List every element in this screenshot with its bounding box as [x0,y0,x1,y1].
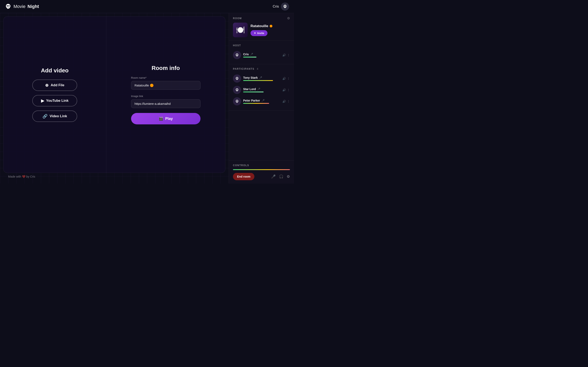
skull-logo-icon [5,3,11,10]
peter-parker-mic-icon: 🎤 [261,99,265,102]
room-info-panel: Room info Room name* Image link 🎬 Play [106,17,225,173]
made-with-text: Made with [8,175,21,178]
star-lord-volume-icon[interactable]: 🔊 [282,88,286,92]
room-card: 🍽️ Ratatouille 🟠 ✦ Invite [233,23,290,37]
host-info: Cris 🎤 [243,53,280,58]
video-link-button[interactable]: 🔗 Video Link [32,110,77,122]
svg-rect-21 [236,91,237,91]
end-room-row: End room 🎤 🎧 ⚙ [233,173,290,180]
tony-stark-info: Tony Stark 🎤 [243,76,280,81]
headphones-icon[interactable]: 🎧 [279,174,283,179]
room-name-label: Room name* [131,76,200,79]
svg-point-10 [236,53,238,56]
svg-point-18 [236,78,237,78]
controls-label: CONTROLS [233,164,249,167]
svg-point-19 [237,78,238,78]
participants-section-header: PARTICIPANTS 4 [233,67,290,70]
star-lord-avatar [233,86,241,94]
film-icon: 🎬 [159,117,163,121]
star-lord-info: Star Lord 🎤 [243,87,280,92]
end-room-button[interactable]: End room [233,173,254,180]
room-name-input[interactable] [131,81,200,90]
microphone-icon[interactable]: 🎤 [271,174,276,179]
content-area: Add video ⊕ Add File ▶ YouTube Link 🔗 Vi… [0,13,229,184]
header-user: Cris [273,2,289,11]
peter-parker-volume-bar [243,103,269,104]
header: MovieNight Cris [0,0,294,13]
add-video-panel: Add video ⊕ Add File ▶ YouTube Link 🔗 Vi… [3,17,106,173]
room-name-group: Room name* [131,76,200,90]
invite-button[interactable]: ✦ Invite [251,30,268,36]
svg-point-28 [236,100,237,101]
participant-row: Tony Stark 🎤 🔊 ⋮ [233,73,290,84]
link-icon: 🔗 [43,114,48,119]
host-avatar [233,51,241,59]
participant-row: Star Lord 🎤 🔊 ⋮ [233,84,290,96]
svg-point-14 [237,54,238,55]
room-section: ROOM ⚙ 🍽️ Ratatouille 🟠 ✦ Invite [229,13,294,41]
host-more-icon[interactable]: ⋮ [287,53,290,57]
room-thumbnail: 🍽️ [233,23,248,37]
star-lord-name-text: Star Lord [243,87,256,91]
bottom-icons: 🎤 🎧 ⚙ [271,174,290,179]
participants-label: PARTICIPANTS [233,67,254,70]
sidebar: ROOM ⚙ 🍽️ Ratatouille 🟠 ✦ Invite [229,13,294,184]
peter-parker-name: Peter Parker 🎤 [243,99,280,102]
svg-point-13 [236,54,237,55]
room-emoji: 🟠 [269,25,273,27]
logo-movie: Movie [13,4,26,9]
tony-stark-volume-icon[interactable]: 🔊 [282,77,286,80]
room-info: Ratatouille 🟠 ✦ Invite [251,24,290,36]
participants-count: 4 [257,67,258,70]
svg-point-15 [236,77,238,80]
host-volume-icon[interactable]: 🔊 [282,53,286,57]
svg-point-23 [236,89,237,90]
plus-circle-icon: ⊕ [45,83,49,88]
host-mic-muted-icon: 🎤 [250,53,253,56]
host-row: Cris 🎤 🔊 ⋮ [233,49,290,61]
tony-stark-controls: 🔊 ⋮ [282,77,290,80]
gear-icon[interactable]: ⚙ [287,16,290,20]
tony-stark-name: Tony Stark 🎤 [243,76,280,79]
play-button[interactable]: 🎬 Play [131,113,200,124]
svg-point-8 [284,6,285,6]
svg-rect-7 [285,7,286,8]
logo: MovieNight [5,3,39,10]
svg-point-9 [285,6,286,6]
logo-night: Night [27,4,39,9]
youtube-link-button[interactable]: ▶ YouTube Link [32,95,77,106]
tony-stark-avatar [233,75,241,83]
svg-point-20 [236,88,238,91]
svg-rect-1 [7,8,8,9]
add-file-button[interactable]: ⊕ Add File [32,80,77,91]
room-name: Ratatouille 🟠 [251,24,290,28]
room-info-title: Room info [114,65,217,71]
peter-parker-volume-icon[interactable]: 🔊 [282,100,286,103]
host-controls: 🔊 ⋮ [282,53,290,57]
svg-rect-12 [237,56,238,57]
svg-rect-16 [236,79,237,80]
main-card: Add video ⊕ Add File ▶ YouTube Link 🔗 Vi… [3,16,225,173]
by-text: by [26,175,29,178]
image-link-input[interactable] [131,99,200,108]
star-lord-more-icon[interactable]: ⋮ [287,88,290,92]
svg-point-4 [8,5,9,7]
room-section-header: ROOM ⚙ [233,16,290,20]
host-label: HOST [233,44,241,47]
host-section-header: HOST [233,44,290,47]
tony-stark-name-text: Tony Stark [243,76,258,79]
invite-label: Invite [257,32,264,35]
peter-parker-more-icon[interactable]: ⋮ [287,100,290,103]
youtube-icon: ▶ [41,98,44,103]
settings-icon[interactable]: ⚙ [287,174,290,179]
tony-stark-more-icon[interactable]: ⋮ [287,77,290,80]
invite-icon: ✦ [254,32,256,35]
host-name-text: Cris [243,53,249,56]
image-link-label: Image link [131,95,200,98]
peter-parker-avatar [233,97,241,105]
svg-point-25 [236,100,238,103]
add-file-label: Add File [51,83,64,87]
header-avatar[interactable] [281,2,289,11]
peter-parker-controls: 🔊 ⋮ [282,100,290,103]
peter-parker-info: Peter Parker 🎤 [243,99,280,104]
